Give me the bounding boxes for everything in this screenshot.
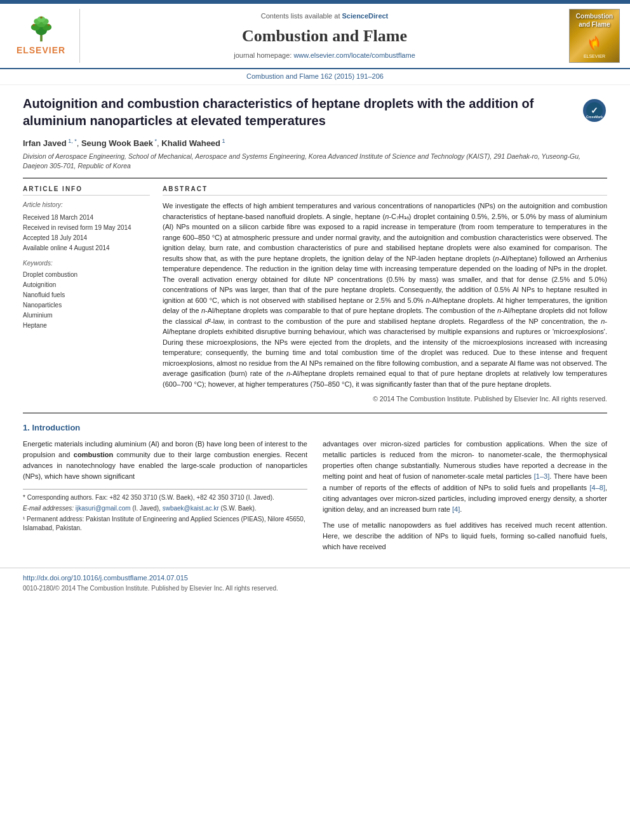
keyword-1: Droplet combustion — [23, 270, 150, 279]
crossmark-icon: ✓ CrossMark — [583, 99, 606, 122]
footnote-2: E-mail addresses: ijkasuri@gmail.com (I.… — [23, 504, 307, 513]
science-direct-link[interactable]: ScienceDirect — [342, 12, 389, 20]
footnote-1: * Corresponding authors. Fax: +82 42 350… — [23, 493, 307, 502]
history-label: Article history: — [23, 201, 150, 210]
received-revised-date: Received in revised form 19 May 2014 — [23, 223, 150, 232]
two-col-section: ARTICLE INFO Article history: Received 1… — [23, 178, 607, 404]
keywords-label: Keywords: — [23, 259, 150, 268]
introduction-section: 1. Introduction Energetic materials incl… — [23, 422, 607, 557]
author-1-name: Irfan Javed — [23, 138, 67, 148]
keyword-3: Nanofluid fuels — [23, 291, 150, 300]
doi-line: Combustion and Flame 162 (2015) 191–206 — [0, 69, 630, 84]
author-3-name: Khalid Waheed — [161, 138, 220, 148]
svg-text:CrossMark: CrossMark — [586, 115, 603, 119]
doi-link[interactable]: http://dx.doi.org/10.1016/j.combustflame… — [23, 573, 607, 583]
article-info-heading: ARTICLE INFO — [23, 185, 150, 196]
homepage-url[interactable]: www.elsevier.com/locate/combustflame — [293, 51, 415, 59]
intro-right-para-2: The use of metallic nanopowders as fuel … — [323, 520, 607, 552]
elsevier-tree-icon — [25, 15, 57, 43]
keyword-2: Autoignition — [23, 281, 150, 290]
footnotes-section: * Corresponding authors. Fax: +82 42 350… — [23, 489, 307, 533]
intro-heading: 1. Introduction — [23, 422, 607, 434]
intro-right-para-1: advantages over micron-sized particles f… — [323, 439, 607, 514]
cover-flame-icon — [585, 30, 604, 52]
contents-label: Contents lists available at — [261, 12, 340, 20]
bottom-copyright: 0010-2180/© 2014 The Combustion Institut… — [23, 584, 607, 593]
available-online-date: Available online 4 August 2014 — [23, 244, 150, 253]
svg-text:✓: ✓ — [591, 105, 598, 116]
elsevier-logo: ELSEVIER — [17, 15, 65, 57]
svg-point-9 — [47, 24, 50, 27]
bottom-links: http://dx.doi.org/10.1016/j.combustflame… — [0, 568, 630, 598]
keyword-5: Aluminium — [23, 311, 150, 320]
journal-cover-image: Combustionand Flame ELSEVIER — [569, 9, 620, 63]
journal-title: Combustion and Flame — [242, 25, 407, 48]
footnote-3: ¹ Permanent address: Pakistan Institute … — [23, 515, 307, 533]
journal-center: Contents lists available at ScienceDirec… — [86, 9, 563, 63]
authors-line: Irfan Javed 1, *, Seung Wook Baek *, Kha… — [23, 137, 607, 150]
journal-homepage-line: journal homepage: www.elsevier.com/locat… — [234, 51, 415, 60]
page-wrapper: ELSEVIER Contents lists available at Sci… — [0, 0, 630, 598]
keyword-6: Heptane — [23, 321, 150, 330]
science-direct-line: Contents lists available at ScienceDirec… — [261, 11, 389, 21]
author-1-super: 1, * — [67, 138, 77, 144]
journal-header: ELSEVIER Contents lists available at Sci… — [0, 4, 630, 69]
author-2-super: * — [153, 138, 157, 144]
abstract-col: ABSTRACT We investigate the effects of h… — [163, 185, 607, 404]
accepted-date: Accepted 18 July 2014 — [23, 234, 150, 243]
homepage-label: journal homepage: — [234, 51, 292, 59]
keyword-4: Nanoparticles — [23, 301, 150, 310]
svg-point-10 — [40, 17, 43, 19]
intro-left-para-1: Energetic materials including aluminium … — [23, 439, 307, 482]
author-2-name: Seung Wook Baek — [81, 138, 153, 148]
elsevier-logo-area: ELSEVIER — [10, 9, 80, 63]
svg-rect-0 — [40, 35, 43, 42]
article-info-col: ARTICLE INFO Article history: Received 1… — [23, 185, 150, 404]
cover-title-text: Combustionand Flame — [572, 12, 617, 29]
article-content: Autoignition and combustion characterist… — [0, 85, 630, 568]
affiliation: Division of Aerospace Engineering, Schoo… — [23, 152, 607, 170]
abstract-copyright: © 2014 The Combustion Institute. Publish… — [163, 394, 607, 404]
intro-columns: Energetic materials including aluminium … — [23, 439, 607, 557]
elsevier-wordmark: ELSEVIER — [17, 44, 65, 57]
crossmark-badge: ✓ CrossMark — [582, 98, 607, 123]
intro-left-col: Energetic materials including aluminium … — [23, 439, 307, 557]
intro-right-col: advantages over micron-sized particles f… — [323, 439, 607, 557]
article-title-section: Autoignition and combustion characterist… — [23, 95, 607, 130]
article-title: Autoignition and combustion characterist… — [23, 95, 575, 130]
received-date: Received 18 March 2014 — [23, 213, 150, 222]
svg-point-8 — [32, 24, 35, 27]
author-3-super: 1 — [220, 138, 225, 144]
section-divider — [23, 413, 607, 413]
cover-bottom-text: ELSEVIER — [572, 53, 617, 60]
abstract-heading: ABSTRACT — [163, 185, 607, 196]
abstract-text: We investigate the effects of high ambie… — [163, 201, 607, 389]
